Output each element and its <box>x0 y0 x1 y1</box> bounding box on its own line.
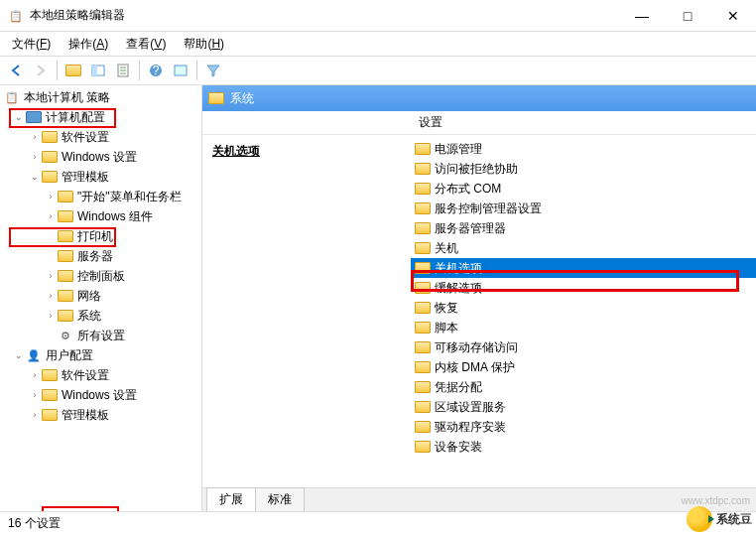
user-icon <box>26 347 42 363</box>
svg-text:?: ? <box>153 64 160 77</box>
up-button[interactable] <box>62 59 85 82</box>
folder-icon <box>42 169 58 185</box>
tree-label: 网络 <box>77 288 101 305</box>
menu-help[interactable]: 帮助(H) <box>176 34 232 55</box>
folder-icon <box>415 181 431 197</box>
tree-label: 本地计算机 策略 <box>24 89 110 106</box>
tree-admin-templates[interactable]: ⌄ 管理模板 <box>0 167 201 187</box>
folder-icon <box>415 419 431 435</box>
forward-button[interactable] <box>29 59 53 82</box>
chevron-right-icon[interactable]: › <box>28 150 42 164</box>
chevron-down-icon[interactable]: ⌄ <box>12 348 26 362</box>
folder-icon <box>415 339 431 355</box>
list-item[interactable]: 关机选项 <box>411 258 756 278</box>
folder-icon <box>415 439 431 455</box>
tree-root[interactable]: 本地计算机 策略 <box>0 87 201 107</box>
tree-label: Windows 设置 <box>62 149 137 166</box>
tree-all-settings[interactable]: 所有设置 <box>0 326 201 345</box>
tree-network[interactable]: › 网络 <box>0 286 201 306</box>
list-item-label: 脚本 <box>435 320 458 336</box>
close-button[interactable]: ✕ <box>710 0 756 32</box>
menu-action[interactable]: 操作(A) <box>61 34 116 55</box>
chevron-right-icon[interactable]: › <box>44 269 58 283</box>
gear-icon <box>58 328 73 343</box>
help-button[interactable]: ? <box>144 59 168 82</box>
chevron-right-icon[interactable]: › <box>28 130 42 144</box>
list-item[interactable]: 分布式 COM <box>411 179 756 199</box>
back-button[interactable] <box>4 59 28 82</box>
list-item[interactable]: 缓解选项 <box>411 278 756 298</box>
chevron-right-icon[interactable]: › <box>44 309 58 323</box>
list-item[interactable]: 可移动存储访问 <box>411 337 756 357</box>
chevron-down-icon[interactable]: ⌄ <box>28 170 42 184</box>
tab-extended[interactable]: 扩展 <box>206 487 256 511</box>
list-item[interactable]: 驱动程序安装 <box>411 417 756 437</box>
minimize-button[interactable]: — <box>619 0 665 32</box>
list-item[interactable]: 脚本 <box>411 318 756 337</box>
tree-label: 用户配置 <box>46 347 93 364</box>
tree-panel[interactable]: 本地计算机 策略 ⌄ 计算机配置 › 软件设置 › Windows 设置 ⌄ 管… <box>0 85 202 511</box>
chevron-right-icon[interactable]: › <box>44 209 58 223</box>
list-item[interactable]: 内核 DMA 保护 <box>411 357 756 377</box>
tab-standard[interactable]: 标准 <box>255 487 305 511</box>
menu-view[interactable]: 查看(V) <box>118 34 174 55</box>
tree-control-panel[interactable]: › 控制面板 <box>0 266 201 286</box>
chevron-right-icon[interactable]: › <box>44 190 58 203</box>
maximize-button[interactable]: □ <box>665 0 710 32</box>
list-item-label: 恢复 <box>435 300 458 317</box>
tree-servers[interactable]: 服务器 <box>0 246 201 266</box>
list-item-label: 电源管理 <box>435 141 482 158</box>
list-item[interactable]: 访问被拒绝协助 <box>411 159 756 179</box>
folder-icon <box>58 228 73 244</box>
list-item-label: 区域设置服务 <box>435 399 506 416</box>
properties-button[interactable] <box>169 59 192 82</box>
app-icon <box>8 8 24 24</box>
list-item[interactable]: 电源管理 <box>411 139 756 159</box>
tree-start-menu[interactable]: › "开始"菜单和任务栏 <box>0 187 201 206</box>
svg-rect-5 <box>175 66 187 75</box>
chevron-right-icon[interactable]: › <box>44 289 58 303</box>
filter-button[interactable] <box>201 59 225 82</box>
menu-file[interactable]: 文件(F) <box>4 34 59 55</box>
tree-printers[interactable]: 打印机 <box>0 226 201 246</box>
tree-windows-settings-user[interactable]: › Windows 设置 <box>0 385 201 405</box>
tree-admin-templates-user[interactable]: › 管理模板 <box>0 405 201 425</box>
tree-label: 系统 <box>77 308 101 325</box>
content-path-title: 系统 <box>230 90 254 107</box>
tree-system[interactable]: › 系统 <box>0 306 201 326</box>
tree-computer-config[interactable]: ⌄ 计算机配置 <box>0 107 201 127</box>
svg-rect-1 <box>92 66 97 75</box>
folder-icon <box>58 308 73 324</box>
tree-user-config[interactable]: ⌄ 用户配置 <box>0 345 201 365</box>
folder-icon <box>58 268 73 284</box>
list-item-label: 访问被拒绝协助 <box>435 161 518 178</box>
list-item[interactable]: 区域设置服务 <box>411 397 756 417</box>
folder-icon <box>415 240 431 256</box>
settings-list[interactable]: 电源管理访问被拒绝协助分布式 COM服务控制管理器设置服务器管理器关机关机选项缓… <box>411 135 756 487</box>
titlebar: 本地组策略编辑器 — □ ✕ <box>0 0 756 32</box>
tree-windows-components[interactable]: › Windows 组件 <box>0 206 201 226</box>
watermark-url: www.xtdpc.com <box>682 495 750 506</box>
list-item[interactable]: 服务控制管理器设置 <box>411 199 756 218</box>
list-item[interactable]: 恢复 <box>411 298 756 318</box>
list-item[interactable]: 服务器管理器 <box>411 218 756 238</box>
list-column-header[interactable]: 设置 <box>411 111 756 135</box>
tree-label: 管理模板 <box>62 407 109 424</box>
export-list-button[interactable] <box>111 59 135 82</box>
list-item[interactable]: 凭据分配 <box>411 377 756 397</box>
list-item-label: 关机选项 <box>435 260 482 277</box>
chevron-down-icon[interactable]: ⌄ <box>12 110 26 124</box>
highlight-annotation <box>42 506 119 511</box>
chevron-right-icon[interactable]: › <box>28 408 42 422</box>
tree-software-settings[interactable]: › 软件设置 <box>0 127 201 147</box>
list-item[interactable]: 关机 <box>411 238 756 258</box>
list-item[interactable]: 设备安装 <box>411 437 756 457</box>
chevron-right-icon[interactable]: › <box>28 368 42 382</box>
folder-icon <box>415 201 431 216</box>
tree-software-settings-user[interactable]: › 软件设置 <box>0 365 201 385</box>
show-hide-tree-button[interactable] <box>86 59 110 82</box>
list-item-label: 关机 <box>435 240 458 257</box>
chevron-right-icon[interactable]: › <box>28 388 42 402</box>
description-heading: 关机选项 <box>212 143 401 160</box>
tree-windows-settings[interactable]: › Windows 设置 <box>0 147 201 167</box>
